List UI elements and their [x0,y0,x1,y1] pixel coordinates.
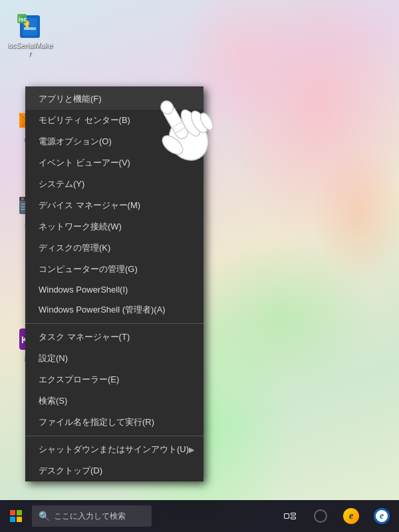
iscserialmaker-icon: isc [17,13,43,40]
menu-separator-2 [25,436,203,436]
ie-icon-1: e [343,508,359,524]
menu-item-power-options[interactable]: 電源オプション(O) [25,131,203,152]
ie-button-1[interactable]: e [336,500,366,532]
menu-item-apps-features[interactable]: アプリと機能(F) [25,86,203,110]
search-placeholder-text: ここに入力して検索 [54,511,126,522]
menu-item-powershell[interactable]: Windows PowerShell(I) [25,280,203,299]
task-view-button[interactable] [275,500,305,532]
menu-separator-1 [25,323,203,324]
windows-logo-icon [10,510,22,522]
svg-rect-6 [27,28,29,29]
menu-item-computer-management[interactable]: コンピューターの管理(G) [25,259,203,280]
ie-icon-2: e [374,508,390,524]
menu-item-system[interactable]: システム(Y) [25,174,203,195]
menu-item-event-viewer[interactable]: イベント ビューアー(V) [25,152,203,174]
menu-item-shutdown[interactable]: シャットダウンまたはサインアウト(U) ▶ [25,439,203,460]
taskbar-right-area: e e [275,500,399,532]
task-view-icon [284,513,296,519]
cortana-circle-icon [314,509,327,523]
shutdown-arrow-icon: ▶ [189,446,194,454]
menu-item-mobility-center[interactable]: モビリティ センター(B) [25,110,203,131]
taskbar: 🔍 ここに入力して検索 e [0,500,399,532]
search-bar[interactable]: 🔍 ここに入力して検索 [32,505,152,527]
svg-text:isc: isc [19,16,27,23]
menu-item-task-manager[interactable]: タスク マネージャー(T) [25,327,203,348]
svg-rect-4 [26,23,27,29]
svg-point-14 [21,198,24,200]
menu-item-settings[interactable]: 設定(N) [25,348,203,369]
cortana-button[interactable] [306,500,335,532]
search-icon: 🔍 [39,511,50,521]
svg-rect-5 [27,26,29,27]
svg-rect-2 [24,27,36,30]
menu-item-run[interactable]: ファイル名を指定して実行(R) [25,412,203,433]
menu-item-device-manager[interactable]: デバイス マネージャー(M) [25,195,203,216]
menu-item-network-connections[interactable]: ネットワーク接続(W) [25,216,203,237]
desktop-icon-iscserialmaker[interactable]: isc iscSerialMaker [7,13,53,57]
desktop: isc iscSerialMaker Mail [0,0,399,532]
menu-item-search[interactable]: 検索(S) [25,390,203,412]
iscserialmaker-label: iscSerialMaker [7,41,53,57]
ie-button-2[interactable]: e [367,500,396,532]
menu-item-explorer[interactable]: エクスプローラー(E) [25,369,203,390]
start-button[interactable] [0,500,32,532]
menu-item-disk-management[interactable]: ディスクの管理(K) [25,237,203,259]
menu-item-powershell-admin[interactable]: Windows PowerShell (管理者)(A) [25,299,203,321]
menu-item-desktop[interactable]: デスクトップ(D) [25,460,203,481]
context-menu: アプリと機能(F) モビリティ センター(B) 電源オプション(O) イベント … [25,86,203,481]
